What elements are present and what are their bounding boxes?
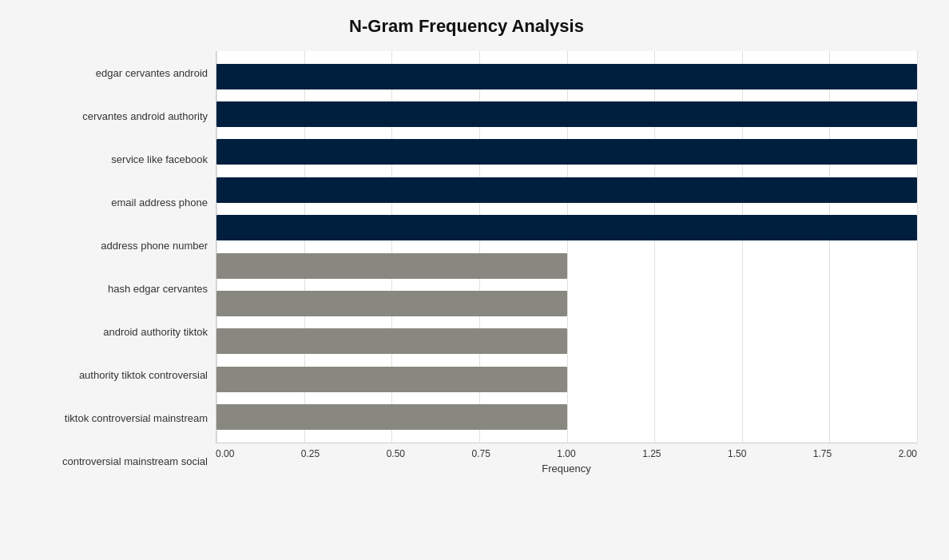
x-tick-label: 1.25	[642, 448, 661, 459]
bar-row	[216, 211, 917, 244]
bar-row	[216, 135, 917, 169]
bar-row	[216, 249, 917, 283]
y-label: android authority tiktok	[103, 312, 208, 353]
bar-row	[216, 97, 917, 131]
x-tick-label: 0.50	[387, 448, 405, 459]
bar	[216, 367, 567, 392]
bars-and-x: 0.000.250.500.751.001.251.501.752.00 Fre…	[216, 51, 917, 483]
y-label: service like facebook	[111, 138, 208, 180]
y-axis-labels: edgar cervantes androidcervantes android…	[16, 51, 216, 483]
y-label: edgar cervantes android	[96, 52, 208, 93]
chart-container: N-Gram Frequency Analysis edgar cervante…	[0, 0, 949, 560]
bar-row	[216, 173, 917, 207]
bar-row	[216, 287, 917, 320]
y-label: tiktok controversial mainstream	[65, 398, 208, 439]
bar	[216, 101, 917, 127]
chart-title: N-Gram Frequency Analysis	[16, 16, 917, 37]
bar	[216, 139, 917, 165]
x-tick-label: 2.00	[899, 448, 917, 459]
x-ticks: 0.000.250.500.751.001.251.501.752.00	[216, 443, 917, 459]
bar-row	[216, 363, 917, 396]
bar	[216, 215, 917, 240]
y-label: cervantes android authority	[82, 95, 208, 137]
y-label: email address phone	[111, 181, 208, 223]
bar	[216, 177, 917, 203]
y-label: hash edgar cervantes	[108, 268, 208, 310]
grid-line	[917, 51, 918, 443]
y-label: controversial mainstream social	[62, 441, 208, 483]
x-tick-label: 1.00	[557, 448, 575, 459]
bars-wrapper	[216, 51, 917, 443]
bar	[216, 328, 567, 354]
x-tick-label: 1.50	[728, 448, 746, 459]
bar-row	[216, 400, 917, 434]
y-label: authority tiktok controversial	[79, 355, 208, 396]
bar	[216, 404, 567, 430]
bar-row	[216, 324, 917, 358]
y-label: address phone number	[101, 224, 208, 266]
x-tick-label: 0.00	[216, 448, 234, 459]
x-axis-label: Frequency	[216, 463, 917, 475]
bar	[216, 253, 567, 279]
x-tick-label: 1.75	[813, 448, 832, 459]
bar	[216, 291, 567, 316]
x-tick-label: 0.75	[471, 448, 490, 459]
bar-row	[216, 60, 917, 93]
chart-area: edgar cervantes androidcervantes android…	[16, 51, 917, 483]
x-axis: 0.000.250.500.751.001.251.501.752.00 Fre…	[216, 443, 917, 483]
bar	[216, 64, 917, 89]
bars-area	[216, 51, 917, 443]
x-tick-label: 0.25	[301, 448, 320, 459]
